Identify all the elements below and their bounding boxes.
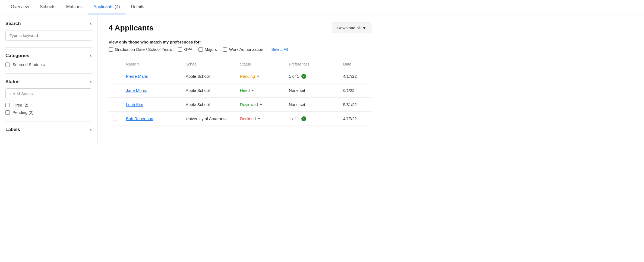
hired-checkbox[interactable] [5, 103, 10, 107]
applicant-name-link[interactable]: Bob Robertson [126, 116, 153, 121]
sidebar-divider-2 [5, 73, 92, 74]
applicant-date: 4/17/22 [339, 69, 371, 83]
table-body: Pierre MarisApple SchoolPending▼1 of 1✓4… [109, 69, 371, 126]
preferences-filter-label: View only those who match my preferences… [109, 40, 371, 44]
nav-item-overview[interactable]: Overview [5, 0, 34, 14]
labels-section: Labels ∧ [5, 127, 92, 132]
applicant-school: Apple School [181, 83, 236, 98]
applicants-table: Name ⇅ School Status Preferences Date Pi… [109, 59, 371, 126]
hired-filter[interactable]: Hired (2) [5, 103, 92, 107]
search-section-header[interactable]: Search ∧ [5, 21, 92, 26]
status-chevron-up-icon: ∧ [89, 80, 92, 84]
col-header-school: School [181, 59, 236, 69]
download-all-label: Download all [337, 26, 361, 30]
work-auth-filter[interactable]: Work Authorization [223, 47, 263, 52]
applicant-date: 6/1/22 [339, 83, 371, 98]
applicant-name-link[interactable]: Jane Morris [126, 88, 147, 93]
col-header-preferences: Preferences [285, 59, 339, 69]
select-all-link[interactable]: Select All [271, 47, 288, 52]
col-header-name: Name ⇅ [122, 59, 181, 69]
status-dropdown-arrow-icon[interactable]: ▼ [251, 89, 254, 92]
applicants-count-title: 4 Applicants [109, 24, 153, 32]
sourced-students-filter[interactable]: Sourced Students [5, 62, 92, 67]
search-input[interactable] [5, 30, 92, 41]
nav-item-schools[interactable]: Schools [34, 0, 61, 14]
categories-section: Categories ∧ Sourced Students [5, 53, 92, 67]
nav-item-matches[interactable]: Matches [61, 0, 88, 14]
majors-checkbox[interactable] [198, 47, 203, 52]
name-sort-icon[interactable]: ⇅ [137, 63, 140, 66]
applicant-preferences: None set [289, 102, 305, 107]
row-checkbox-3[interactable] [113, 116, 117, 120]
applicant-school: University of Amaranta [181, 112, 236, 126]
row-checkbox-1[interactable] [113, 88, 117, 92]
table-row: Leah KimApple SchoolReviewed▼None set5/3… [109, 98, 371, 112]
categories-chevron-up-icon: ∧ [89, 54, 92, 58]
applicant-school: Apple School [181, 98, 236, 112]
sidebar-divider-1 [5, 47, 92, 48]
work-auth-label: Work Authorization [229, 47, 263, 52]
applicant-status: Hired [240, 88, 250, 93]
gpa-checkbox[interactable] [178, 47, 182, 52]
download-dropdown-arrow-icon: ▼ [362, 26, 366, 30]
preferences-check-icon: ✓ [301, 116, 306, 121]
preferences-check-icon: ✓ [301, 74, 306, 79]
applicant-name-link[interactable]: Leah Kim [126, 102, 143, 107]
hired-label: Hired (2) [12, 103, 28, 107]
sidebar: Search ∧ Categories ∧ Sourced Students [0, 14, 98, 261]
graduation-date-checkbox[interactable] [109, 47, 113, 52]
categories-section-header[interactable]: Categories ∧ [5, 53, 92, 58]
applicant-preferences: 1 of 1 [289, 116, 299, 121]
main-header: 4 Applicants Download all ▼ [109, 23, 371, 33]
table-row: Bob RobertsonUniversity of AmarantaDecli… [109, 112, 371, 126]
search-section-title: Search [5, 21, 21, 26]
status-dropdown-arrow-icon[interactable]: ▼ [260, 103, 263, 106]
table-row: Pierre MarisApple SchoolPending▼1 of 1✓4… [109, 69, 371, 83]
labels-section-title: Labels [5, 127, 20, 132]
sourced-students-checkbox[interactable] [5, 63, 10, 67]
applicant-status: Pending [240, 74, 255, 79]
table-header: Name ⇅ School Status Preferences Date [109, 59, 371, 69]
col-header-checkbox [109, 59, 122, 69]
row-checkbox-0[interactable] [113, 74, 117, 78]
status-section-title: Status [5, 79, 20, 85]
sidebar-divider-3 [5, 121, 92, 121]
categories-section-title: Categories [5, 53, 29, 58]
applicant-school: Apple School [181, 69, 236, 83]
graduation-date-label: Graduation Date / School Years [115, 47, 172, 52]
nav-item-details[interactable]: Details [125, 0, 150, 14]
row-checkbox-2[interactable] [113, 102, 117, 106]
add-status-button[interactable]: + Add Status [5, 88, 92, 99]
applicant-date: 4/17/22 [339, 112, 371, 126]
applicant-preferences: None set [289, 88, 305, 93]
pending-label: Pending (2) [12, 110, 34, 115]
col-header-status: Status [236, 59, 285, 69]
filter-checkboxes: Graduation Date / School Years GPA Major… [109, 47, 371, 52]
search-section: Search ∧ [5, 21, 92, 41]
status-section-header[interactable]: Status ∧ [5, 79, 92, 85]
preferences-filter: View only those who match my preferences… [109, 40, 371, 52]
work-auth-checkbox[interactable] [223, 47, 227, 52]
majors-filter[interactable]: Majors [198, 47, 217, 52]
applicant-preferences: 1 of 1 [289, 74, 299, 79]
nav-item-applicants--4-[interactable]: Applicants (4) [88, 0, 125, 14]
applicant-name-link[interactable]: Pierre Maris [126, 74, 148, 79]
search-chevron-up-icon: ∧ [89, 22, 92, 26]
labels-chevron-up-icon: ∧ [89, 128, 92, 132]
status-section: Status ∧ + Add Status Hired (2) Pending … [5, 79, 92, 115]
pending-checkbox[interactable] [5, 110, 10, 115]
labels-section-header[interactable]: Labels ∧ [5, 127, 92, 132]
pending-filter[interactable]: Pending (2) [5, 110, 92, 115]
applicant-date: 5/31/22 [339, 98, 371, 112]
gpa-filter[interactable]: GPA [178, 47, 192, 52]
status-dropdown-arrow-icon[interactable]: ▼ [257, 75, 260, 78]
col-header-date: Date [339, 59, 371, 69]
status-dropdown-arrow-icon[interactable]: ▼ [257, 117, 260, 120]
graduation-date-filter[interactable]: Graduation Date / School Years [109, 47, 172, 52]
download-all-button[interactable]: Download all ▼ [332, 23, 371, 33]
table-row: Jane MorrisApple SchoolHired▼None set6/1… [109, 83, 371, 98]
top-nav: OverviewSchoolsMatchesApplicants (4)Deta… [0, 0, 644, 14]
gpa-label: GPA [184, 47, 192, 52]
majors-label: Majors [205, 47, 217, 52]
sourced-students-label: Sourced Students [12, 62, 45, 67]
